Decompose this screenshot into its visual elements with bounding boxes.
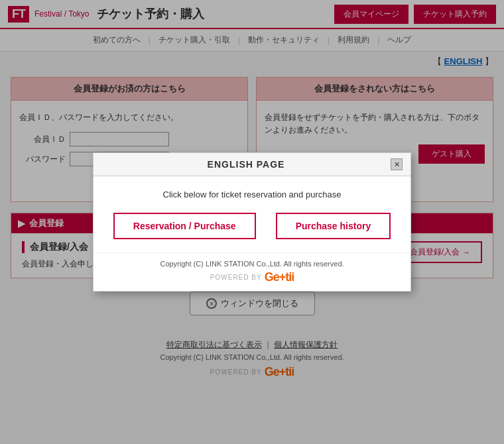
modal-powered-label: POWERED BY <box>210 274 262 281</box>
modal: ENGLISH PAGE ✕ Click below for ticket re… <box>93 152 411 292</box>
modal-footer: Copyright (C) LINK STATION Co.,Ltd. All … <box>94 252 410 291</box>
reservation-purchase-button[interactable]: Reservation / Purchase <box>113 213 256 239</box>
modal-footer-copyright: Copyright (C) LINK STATION Co.,Ltd. All … <box>101 260 403 268</box>
purchase-history-button[interactable]: Purchase history <box>276 213 391 239</box>
modal-title: ENGLISH PAGE <box>101 159 391 170</box>
modal-footer-powered: POWERED BY Ge+tii <box>101 270 403 284</box>
modal-header: ENGLISH PAGE ✕ <box>94 153 410 176</box>
modal-buttons: Reservation / Purchase Purchase history <box>109 213 395 239</box>
modal-getii-logo: Ge+tii <box>265 270 294 284</box>
modal-body: Click below for ticket reservation and p… <box>94 176 410 252</box>
modal-description: Click below for ticket reservation and p… <box>109 190 395 199</box>
modal-close-button[interactable]: ✕ <box>391 158 403 170</box>
modal-overlay: ENGLISH PAGE ✕ Click below for ticket re… <box>0 0 504 444</box>
